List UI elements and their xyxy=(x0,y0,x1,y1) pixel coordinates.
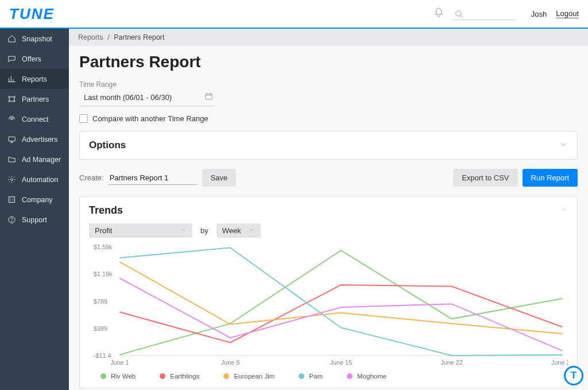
sidebar: Snapshot Offers Reports Partners Connect… xyxy=(0,29,69,390)
sidebar-item-snapshot[interactable]: Snapshot xyxy=(0,29,69,49)
notifications-icon[interactable] xyxy=(434,7,444,20)
breadcrumb-sep: / xyxy=(107,33,109,41)
legend-label: Pam xyxy=(309,373,323,380)
options-panel[interactable]: Options xyxy=(79,131,578,160)
legend-item[interactable]: Pam xyxy=(299,373,323,380)
legend-item[interactable]: Earthlings xyxy=(160,373,199,380)
time-range-picker[interactable]: Last month (06/01 - 06/30) xyxy=(79,90,214,106)
svg-point-5 xyxy=(13,101,15,102)
run-report-button[interactable]: Run Report xyxy=(523,169,578,187)
main-content: Reports / Partners Report Partners Repor… xyxy=(69,29,588,390)
svg-line-1 xyxy=(460,15,462,17)
svg-point-0 xyxy=(455,10,461,16)
legend-dot xyxy=(223,373,229,379)
legend-label: Moghome xyxy=(357,373,386,380)
page-title: Partners Report xyxy=(79,53,578,71)
building-icon xyxy=(7,195,16,204)
chart-legend: Riv WebEarthlingsEuropean JimPamMoghome xyxy=(89,373,568,380)
sidebar-item-label: Advertisers xyxy=(22,136,58,144)
header: TUNE Josh Logout xyxy=(0,0,588,29)
chevron-up-icon[interactable] xyxy=(560,206,568,216)
help-icon xyxy=(7,215,16,224)
trends-panel: Trends Profit by Week $1.59k$1.19k$789 xyxy=(79,196,578,388)
sidebar-item-automation[interactable]: Automation xyxy=(0,169,69,190)
search-icon xyxy=(454,9,463,18)
report-name-input[interactable] xyxy=(109,171,198,185)
sidebar-item-label: Reports xyxy=(22,75,47,83)
options-title: Options xyxy=(89,140,126,151)
chevron-down-icon xyxy=(180,226,187,235)
sidebar-item-label: Snapshot xyxy=(22,35,52,43)
search-input[interactable] xyxy=(452,8,515,20)
legend-label: Riv Web xyxy=(111,373,136,380)
svg-text:June 29: June 29 xyxy=(551,359,568,366)
breadcrumb-root[interactable]: Reports xyxy=(78,33,103,41)
svg-text:June 8: June 8 xyxy=(221,359,240,366)
svg-rect-9 xyxy=(9,197,14,203)
calendar-icon xyxy=(204,92,213,102)
sidebar-item-label: Support xyxy=(22,216,47,224)
sidebar-item-label: Company xyxy=(22,196,53,204)
svg-point-2 xyxy=(8,96,10,98)
svg-text:-$11.4: -$11.4 xyxy=(94,352,111,359)
time-range-label: Time Range xyxy=(79,80,578,88)
trends-title: Trends xyxy=(89,204,123,217)
bar-chart-icon xyxy=(7,75,16,83)
sidebar-item-support[interactable]: Support xyxy=(0,210,69,230)
legend-item[interactable]: Riv Web xyxy=(100,373,136,380)
display-icon xyxy=(7,135,16,144)
legend-label: European Jim xyxy=(234,373,274,380)
sidebar-item-label: Offers xyxy=(22,55,41,63)
breadcrumb: Reports / Partners Report xyxy=(69,29,588,46)
svg-point-4 xyxy=(8,101,10,102)
period-select[interactable]: Week xyxy=(216,223,261,238)
time-range-value: Last month (06/01 - 06/30) xyxy=(84,93,172,102)
chevron-down-icon xyxy=(248,226,255,235)
chat-icon xyxy=(7,55,16,63)
svg-text:June 1: June 1 xyxy=(110,359,129,366)
help-badge[interactable]: T xyxy=(564,366,583,385)
chevron-down-icon xyxy=(559,140,568,151)
sidebar-item-ad-manager[interactable]: Ad Manager xyxy=(0,149,69,169)
legend-item[interactable]: European Jim xyxy=(223,373,274,380)
create-label: Create: xyxy=(79,173,104,182)
sidebar-item-label: Connect xyxy=(22,115,49,123)
sidebar-item-offers[interactable]: Offers xyxy=(0,49,69,69)
svg-point-11 xyxy=(11,221,12,222)
legend-dot xyxy=(160,373,165,379)
trends-chart: $1.59k$1.19k$789$389-$11.4June 1June 8Ju… xyxy=(92,244,568,367)
legend-dot xyxy=(347,373,353,379)
metric-selected: Profit xyxy=(95,226,112,235)
sidebar-item-partners[interactable]: Partners xyxy=(0,89,69,109)
by-label: by xyxy=(200,226,208,235)
svg-text:June 22: June 22 xyxy=(440,359,463,366)
folder-icon xyxy=(7,155,16,164)
sidebar-item-label: Partners xyxy=(22,95,49,103)
logout-link[interactable]: Logout xyxy=(556,9,579,18)
legend-dot xyxy=(299,373,304,379)
svg-point-8 xyxy=(10,179,13,181)
network-icon xyxy=(7,95,16,103)
sidebar-item-advertisers[interactable]: Advertisers xyxy=(0,129,69,149)
svg-text:$1.59k: $1.59k xyxy=(94,244,113,250)
sidebar-item-company[interactable]: Company xyxy=(0,190,69,210)
legend-dot xyxy=(100,373,106,379)
sidebar-item-reports[interactable]: Reports xyxy=(0,69,69,89)
home-icon xyxy=(7,34,16,43)
legend-label: Earthlings xyxy=(170,373,199,380)
sidebar-item-label: Ad Manager xyxy=(22,156,61,164)
metric-select[interactable]: Profit xyxy=(89,223,192,238)
save-button[interactable]: Save xyxy=(202,169,237,187)
svg-text:$789: $789 xyxy=(94,298,107,304)
compare-checkbox[interactable] xyxy=(79,114,88,123)
export-csv-button[interactable]: Export to CSV xyxy=(453,169,517,187)
breadcrumb-current: Partners Report xyxy=(114,33,164,41)
sidebar-item-connect[interactable]: Connect xyxy=(0,109,69,129)
username[interactable]: Josh xyxy=(531,10,547,18)
logo[interactable]: TUNE xyxy=(9,5,55,23)
svg-point-3 xyxy=(13,96,15,98)
svg-point-6 xyxy=(11,119,12,120)
svg-rect-7 xyxy=(8,137,14,141)
legend-item[interactable]: Moghome xyxy=(347,373,386,380)
gear-icon xyxy=(7,175,16,184)
